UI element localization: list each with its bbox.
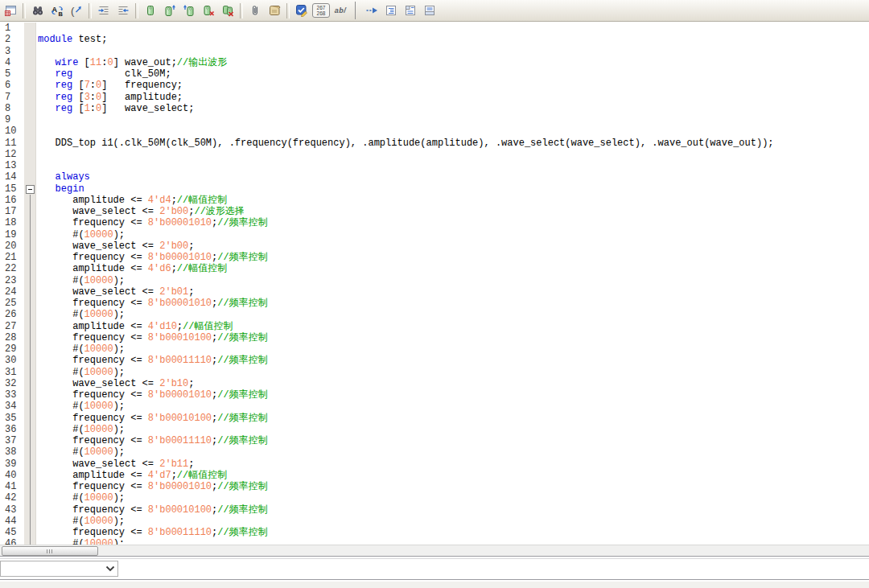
line-numbers-button[interactable]: 267268 bbox=[311, 2, 331, 19]
code-line[interactable]: 41 frequency <= 8'b00001010;//频率控制 bbox=[0, 481, 869, 492]
fold-margin bbox=[24, 252, 36, 263]
code-text: #(10000); bbox=[36, 446, 125, 458]
code-line[interactable]: 1 bbox=[0, 23, 869, 34]
fold-collapse-icon[interactable] bbox=[26, 185, 35, 194]
fold-margin bbox=[24, 57, 36, 68]
code-line[interactable]: 31 #(10000); bbox=[0, 367, 869, 378]
fold-margin bbox=[24, 241, 36, 252]
code-line[interactable]: 28 frequency <= 8'b00010100;//频率控制 bbox=[0, 332, 869, 343]
code-line[interactable]: 25 frequency <= 8'b00001010;//频率控制 bbox=[0, 298, 869, 309]
fold-margin bbox=[24, 367, 36, 378]
word-wrap-button[interactable]: ab/ bbox=[331, 2, 350, 19]
line-number: 33 bbox=[0, 389, 24, 401]
svg-text:(: ( bbox=[71, 5, 75, 17]
code-line[interactable]: 44 #(10000); bbox=[0, 516, 869, 527]
line-number: 14 bbox=[0, 171, 24, 183]
code-line[interactable]: 19 #(10000); bbox=[0, 229, 869, 241]
code-line[interactable]: 2module test; bbox=[0, 34, 869, 45]
line-number: 2 bbox=[0, 34, 24, 45]
code-line[interactable]: 26 #(10000); bbox=[0, 309, 869, 320]
indent-increase-button[interactable] bbox=[94, 2, 113, 19]
scrollbar-thumb[interactable] bbox=[2, 546, 98, 556]
code-line[interactable]: 29 #(10000); bbox=[0, 343, 869, 355]
line-number: 46 bbox=[0, 538, 24, 545]
code-text: frequency <= 8'b00010100;//频率控制 bbox=[36, 413, 268, 424]
code-line[interactable]: 11 DDS_top i1(.clk_50M(clk_50M), .freque… bbox=[0, 138, 869, 149]
code-text: wave_select <= 2'b11; bbox=[36, 458, 194, 470]
line-number: 28 bbox=[0, 332, 24, 343]
chevron-down-icon bbox=[105, 565, 115, 572]
macro-button[interactable] bbox=[265, 2, 284, 19]
bookmark-previous-button[interactable] bbox=[179, 2, 199, 19]
code-line[interactable]: 9 bbox=[0, 114, 869, 125]
code-line[interactable]: 4 wire [11:0] wave_out;//输出波形 bbox=[0, 57, 869, 68]
code-line[interactable]: 6 reg [7:0] frequency; bbox=[0, 80, 869, 91]
code-line[interactable]: 13 bbox=[0, 160, 869, 171]
window-form-button[interactable] bbox=[1, 2, 20, 19]
code-line[interactable]: 22 amplitude <= 4'd6;//幅值控制 bbox=[0, 263, 869, 274]
bookmark-delete-all-button[interactable] bbox=[218, 2, 237, 19]
editor-window: AB(267268ab/ 12module test;34 wire [11:0… bbox=[0, 0, 869, 588]
find-replace-button[interactable]: AB bbox=[47, 2, 67, 19]
code-line[interactable]: 18 frequency <= 8'b00001010;//频率控制 bbox=[0, 217, 869, 228]
code-line[interactable]: 45 frequency <= 8'b00011110;//频率控制 bbox=[0, 527, 869, 538]
spell-check-button[interactable] bbox=[292, 2, 311, 19]
bookmark-toggle-icon bbox=[144, 4, 157, 17]
code-line[interactable]: 7 reg [3:0] amplitude; bbox=[0, 92, 869, 103]
fold-margin bbox=[24, 413, 36, 424]
code-text: always bbox=[36, 171, 90, 183]
code-line[interactable]: 40 amplitude <= 4'd7;//幅值控制 bbox=[0, 470, 869, 481]
code-text: #(10000); bbox=[36, 492, 125, 504]
line-number: 12 bbox=[0, 149, 24, 160]
code-line[interactable]: 43 frequency <= 8'b00010100;//频率控制 bbox=[0, 504, 869, 516]
trace-arrow-button[interactable] bbox=[362, 2, 381, 19]
code-line[interactable]: 21 frequency <= 8'b00001010;//频率控制 bbox=[0, 252, 869, 263]
code-line[interactable]: 27 amplitude <= 4'd10;//幅值控制 bbox=[0, 321, 869, 332]
code-line[interactable]: 35 frequency <= 8'b00010100;//频率控制 bbox=[0, 413, 869, 424]
doc-panel-button[interactable] bbox=[420, 2, 439, 19]
doc-format-button[interactable] bbox=[381, 2, 401, 19]
bookmark-delete-button[interactable] bbox=[199, 2, 218, 19]
code-line[interactable]: 15 begin bbox=[0, 183, 869, 195]
indent-decrease-button[interactable] bbox=[113, 2, 133, 19]
code-editor[interactable]: 12module test;34 wire [11:0] wave_out;//… bbox=[0, 22, 869, 545]
code-line[interactable]: 42 #(10000); bbox=[0, 492, 869, 504]
fold-margin bbox=[24, 504, 36, 516]
code-line[interactable]: 33 frequency <= 8'b00001010;//频率控制 bbox=[0, 389, 869, 401]
code-text: #(10000); bbox=[36, 309, 125, 320]
code-line[interactable]: 16 amplitude <= 4'd4;//幅值控制 bbox=[0, 195, 869, 206]
code-line[interactable]: 23 #(10000); bbox=[0, 275, 869, 286]
doc-fold-button[interactable] bbox=[401, 2, 420, 19]
code-line[interactable]: 30 frequency <= 8'b00011110;//频率控制 bbox=[0, 355, 869, 366]
code-line[interactable]: 24 wave_select <= 2'b01; bbox=[0, 286, 869, 298]
code-line[interactable]: 36 #(10000); bbox=[0, 424, 869, 435]
code-line[interactable]: 5 reg clk_50M; bbox=[0, 68, 869, 80]
bookmark-delete-all-icon bbox=[221, 4, 234, 17]
fold-margin bbox=[24, 149, 36, 160]
code-line[interactable]: 38 #(10000); bbox=[0, 446, 869, 458]
code-line[interactable]: 39 wave_select <= 2'b11; bbox=[0, 458, 869, 470]
horizontal-scrollbar[interactable] bbox=[0, 545, 869, 556]
code-line[interactable]: 17 wave_select <= 2'b00;//波形选择 bbox=[0, 206, 869, 217]
code-line[interactable]: 20 wave_select <= 2'b00; bbox=[0, 241, 869, 252]
fold-margin bbox=[24, 80, 36, 91]
code-line[interactable]: 3 bbox=[0, 46, 869, 57]
goto-matching-button[interactable]: ( bbox=[67, 2, 86, 19]
symbol-dropdown[interactable] bbox=[0, 561, 118, 577]
code-text: frequency <= 8'b00011110;//频率控制 bbox=[36, 527, 268, 538]
attach-button[interactable] bbox=[245, 2, 265, 19]
find-button[interactable] bbox=[28, 2, 47, 19]
bookmark-toggle-button[interactable] bbox=[141, 2, 160, 19]
code-line[interactable]: 34 #(10000); bbox=[0, 401, 869, 412]
goto-matching-icon: ( bbox=[70, 4, 83, 17]
code-line[interactable]: 12 bbox=[0, 149, 869, 160]
code-line[interactable]: 32 wave_select <= 2'b10; bbox=[0, 378, 869, 389]
toolbar: AB(267268ab/ bbox=[0, 0, 869, 22]
code-line[interactable]: 14 always bbox=[0, 171, 869, 183]
code-line[interactable]: 8 reg [1:0] wave_select; bbox=[0, 103, 869, 114]
line-number: 18 bbox=[0, 217, 24, 228]
code-line[interactable]: 37 frequency <= 8'b00011110;//频率控制 bbox=[0, 435, 869, 446]
code-line[interactable]: 46 #(10000); bbox=[0, 538, 869, 545]
code-line[interactable]: 10 bbox=[0, 125, 869, 137]
bookmark-next-button[interactable] bbox=[160, 2, 179, 19]
